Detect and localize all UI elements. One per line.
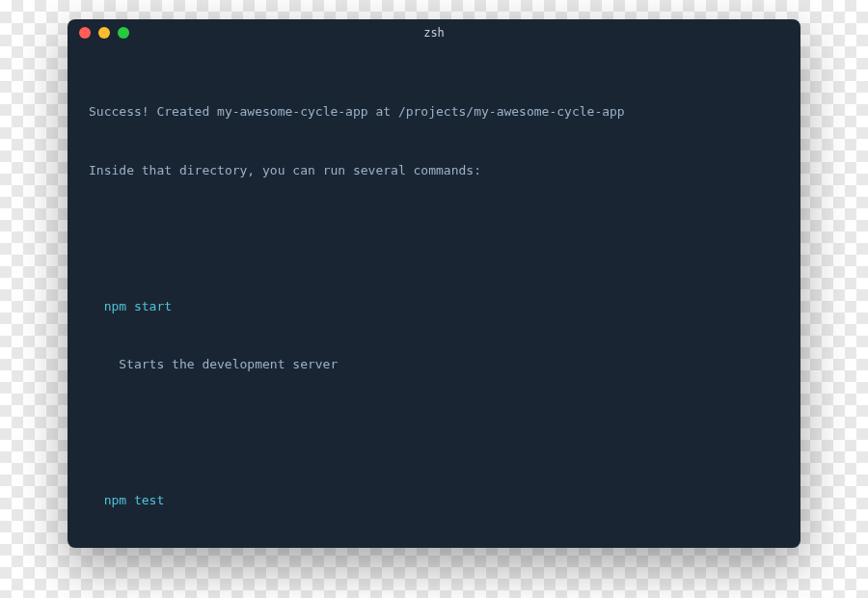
blank-line	[89, 219, 779, 238]
minimize-icon[interactable]	[98, 27, 110, 39]
traffic-lights	[79, 27, 129, 39]
command-desc: Starts the development server	[89, 355, 779, 374]
titlebar: zsh	[68, 19, 800, 46]
output-line: Success! Created my-awesome-cycle-app at…	[89, 102, 779, 122]
command-label: npm start	[89, 297, 779, 316]
command-label: npm test	[89, 491, 779, 510]
terminal-body[interactable]: Success! Created my-awesome-cycle-app at…	[68, 46, 800, 548]
blank-line	[89, 414, 779, 433]
close-icon[interactable]	[79, 27, 91, 39]
window-title: zsh	[68, 26, 800, 40]
terminal-window: zsh Success! Created my-awesome-cycle-ap…	[68, 19, 800, 548]
maximize-icon[interactable]	[118, 27, 129, 39]
output-line: Inside that directory, you can run sever…	[89, 161, 779, 180]
